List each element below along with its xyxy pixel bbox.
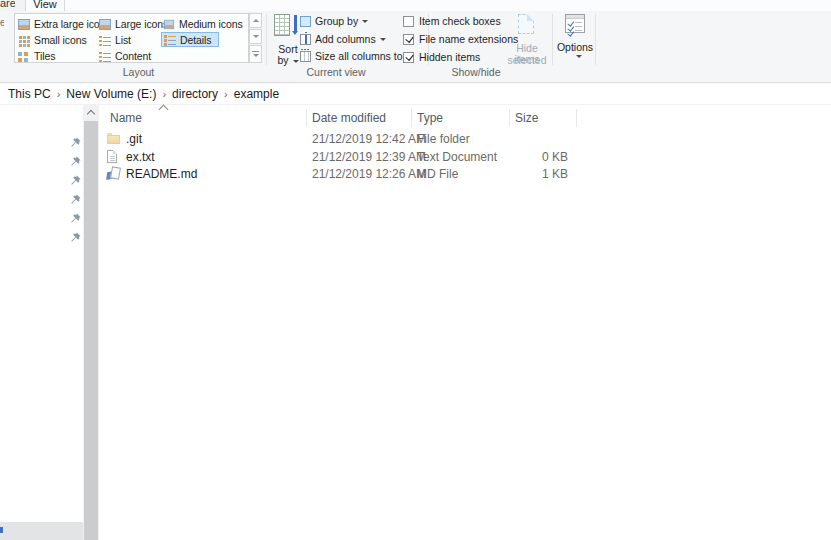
file-name: ex.txt <box>126 150 155 164</box>
dropdown-caret-icon <box>576 55 582 58</box>
layout-details[interactable]: Details <box>161 32 219 47</box>
checkbox-label: Hidden items <box>419 51 480 63</box>
breadcrumb-new-volume[interactable]: New Volume (E:) <box>66 87 156 101</box>
pin-icon[interactable] <box>71 194 81 204</box>
breadcrumb-separator-icon: › <box>224 88 228 100</box>
hide-selected-items-icon <box>518 14 534 34</box>
details-icon <box>164 34 176 45</box>
size-all-columns-icon <box>300 51 311 62</box>
layout-list[interactable]: List <box>97 33 133 47</box>
file-row-git[interactable]: .git 21/12/2019 12:42 AM File folder <box>100 131 831 148</box>
layout-item-label: List <box>115 34 131 46</box>
address-bar[interactable]: This PC › New Volume (E:) › directory › … <box>0 83 831 105</box>
text-file-icon <box>107 150 117 163</box>
scrollbar-up-button[interactable] <box>83 105 99 121</box>
pin-icon[interactable] <box>71 137 81 147</box>
sort-arrow-icon <box>294 15 297 31</box>
dropdown-caret-icon <box>380 38 386 41</box>
file-size: 1 KB <box>500 167 568 181</box>
hide-selected-items-button[interactable]: Hide selected items <box>502 13 552 69</box>
file-name: README.md <box>126 167 197 181</box>
group-by-label: Group by <box>315 15 358 27</box>
tab-view-label: View <box>26 0 64 10</box>
column-separator[interactable] <box>509 109 510 127</box>
scrollbar-thumb[interactable] <box>84 121 98 540</box>
file-row-readme-md[interactable]: README.md 21/12/2019 12:26 AM MD File 1 … <box>100 166 831 183</box>
gallery-expand-icon <box>252 51 259 58</box>
group-divider <box>266 14 267 65</box>
hidden-items-checkbox[interactable]: Hidden items <box>403 51 480 63</box>
triangle-up-icon <box>253 19 259 22</box>
column-separator[interactable] <box>306 109 307 127</box>
checkbox-icon <box>403 16 414 27</box>
triangle-down-icon <box>253 35 259 38</box>
tiles-icon <box>18 51 30 62</box>
layout-item-label: Details <box>180 34 211 46</box>
breadcrumb-separator-icon: › <box>162 88 166 100</box>
size-all-columns-label: Size all columns to fit <box>315 50 414 62</box>
layout-item-label: Content <box>115 50 151 62</box>
file-explorer-window: are View e Extra large icons Large icons… <box>0 0 831 540</box>
dropdown-caret-icon <box>293 60 299 63</box>
pin-icon[interactable] <box>71 156 81 166</box>
file-name: .git <box>126 132 142 146</box>
size-all-columns-button[interactable]: Size all columns to fit <box>300 50 414 62</box>
column-header-name[interactable]: Name <box>110 111 142 125</box>
status-bar-fragment <box>0 522 83 540</box>
gallery-scroll-up-button[interactable] <box>249 13 262 28</box>
options-button[interactable]: Options <box>556 13 594 69</box>
item-check-boxes-checkbox[interactable]: Item check boxes <box>403 15 501 27</box>
pin-icon[interactable] <box>71 232 81 242</box>
tab-strip-right <box>64 0 831 11</box>
file-date-modified: 21/12/2019 12:26 AM <box>312 167 426 181</box>
pin-icon[interactable] <box>71 213 81 223</box>
file-size: 0 KB <box>500 150 568 164</box>
sort-by-icon <box>274 14 290 36</box>
layout-item-label: Medium icons <box>179 18 243 30</box>
file-row-ex-txt[interactable]: ex.txt 21/12/2019 12:39 AM Text Document… <box>100 149 831 166</box>
breadcrumb-this-pc[interactable]: This PC <box>8 87 51 101</box>
layout-item-label: Small icons <box>34 34 87 46</box>
file-type: Text Document <box>417 150 497 164</box>
chevron-up-icon <box>87 110 95 118</box>
layout-content[interactable]: Content <box>97 49 153 63</box>
list-icon <box>99 35 111 46</box>
layout-tiles[interactable]: Tiles <box>16 49 57 63</box>
column-separator[interactable] <box>411 109 412 127</box>
column-header-date-modified[interactable]: Date modified <box>312 111 386 125</box>
extra-large-icons-icon <box>18 19 30 30</box>
dropdown-caret-icon <box>362 20 368 23</box>
layout-small-icons[interactable]: Small icons <box>16 33 89 47</box>
add-columns-label: Add columns <box>315 33 376 45</box>
add-columns-icon <box>300 34 311 45</box>
medium-icons-icon <box>164 19 174 28</box>
group-divider <box>595 14 596 65</box>
check-icon <box>568 30 574 36</box>
current-view-group-label: Current view <box>266 66 406 78</box>
group-by-button[interactable]: Group by <box>300 15 368 27</box>
hide-selected-label-2: items <box>502 53 552 65</box>
tab-share-fragment[interactable]: are <box>0 0 15 11</box>
breadcrumb-directory[interactable]: directory <box>172 87 218 101</box>
column-separator[interactable] <box>576 109 577 127</box>
layout-large-icons[interactable]: Large icons <box>97 17 170 31</box>
layout-medium-icons[interactable]: Medium icons <box>161 17 245 31</box>
column-header-size[interactable]: Size <box>515 111 538 125</box>
file-date-modified: 21/12/2019 12:42 AM <box>312 132 426 146</box>
breadcrumb-example[interactable]: example <box>234 87 279 101</box>
layout-item-label: Tiles <box>34 50 55 62</box>
checkbox-icon <box>403 52 414 63</box>
tab-view[interactable]: View <box>25 0 65 11</box>
gallery-scroll-down-button[interactable] <box>249 29 262 44</box>
folder-icon <box>107 135 120 144</box>
options-icon <box>565 14 585 33</box>
line-decoration <box>575 22 582 23</box>
line-decoration <box>575 26 582 27</box>
file-date-modified: 21/12/2019 12:39 AM <box>312 150 426 164</box>
add-columns-button[interactable]: Add columns <box>300 33 386 45</box>
gallery-expand-button[interactable] <box>249 45 262 63</box>
column-header-type[interactable]: Type <box>417 111 443 125</box>
group-divider <box>552 14 553 65</box>
pin-icon[interactable] <box>71 175 81 185</box>
group-by-icon <box>300 16 311 27</box>
